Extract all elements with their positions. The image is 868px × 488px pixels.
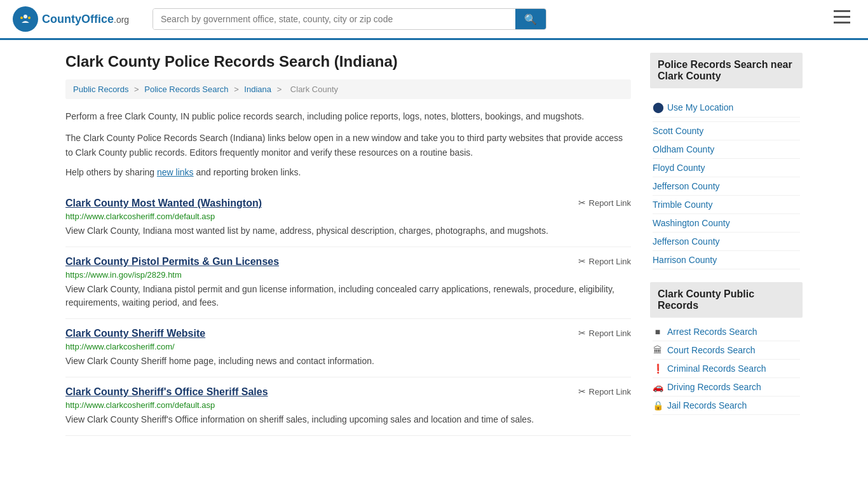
result-item-2: Clark County Sheriff Website ✂ Report Li… [65,319,631,377]
breadcrumb-public-records[interactable]: Public Records [73,85,128,94]
search-input[interactable] [153,9,515,29]
sidebar-records-list: ■ Arrest Records Search 🏛 Court Records … [650,323,803,415]
sidebar-records-header: Clark County Public Records [650,282,803,318]
result-title-2[interactable]: Clark County Sheriff Website [65,328,205,339]
result-desc-3: View Clark County Sheriff's Office infor… [65,413,631,426]
report-link-0[interactable]: ✂ Report Link [578,198,631,208]
result-desc-0: View Clark County, Indiana most wanted l… [65,224,631,238]
svg-point-1 [24,15,27,18]
breadcrumb: Public Records > Police Records Search >… [65,79,631,99]
jail-records-link[interactable]: Jail Records Search [667,400,747,410]
result-url-1[interactable]: https://www.in.gov/isp/2829.htm [65,270,631,280]
sidebar: Police Records Search near Clark County … [650,53,803,436]
sidebar-nearby-list: ⬤ Use My Location Scott County Oldham Co… [650,93,803,269]
sidebar-record-driving[interactable]: 🚗 Driving Records Search [653,378,800,396]
arrest-records-link[interactable]: Arrest Records Search [667,327,757,337]
sidebar-item-trimble[interactable]: Trimble County [653,196,800,214]
report-icon-1: ✂ [578,256,586,266]
result-url-3[interactable]: http://www.clarkcosheriff.com/default.as… [65,400,631,410]
sidebar-item-scott[interactable]: Scott County [653,122,800,140]
arrest-icon: ■ [653,327,663,337]
result-title-1[interactable]: Clark County Pistol Permits & Gun Licens… [65,256,279,268]
result-url-2[interactable]: http://www.clarkcosheriff.com/ [65,342,631,351]
report-icon-0: ✂ [578,198,586,208]
result-item-1: Clark County Pistol Permits & Gun Licens… [65,247,631,319]
description-2: The Clark County Police Records Search (… [65,131,631,159]
court-records-link[interactable]: Court Records Search [667,345,756,355]
site-header: CountyOffice.org 🔍 [0,0,868,40]
search-icon: 🔍 [524,14,537,25]
sidebar-use-location[interactable]: ⬤ Use My Location [653,93,800,122]
sidebar-record-criminal[interactable]: ❗ Criminal Records Search [653,360,800,378]
sidebar-nearby-header: Police Records Search near Clark County [650,53,803,88]
court-icon: 🏛 [653,345,663,355]
sidebar-nearby-section: Police Records Search near Clark County … [650,53,803,269]
svg-rect-6 [834,22,850,24]
results-list: Clark County Most Wanted (Washington) ✂ … [65,189,631,436]
hamburger-menu[interactable] [829,8,855,30]
sidebar-record-arrest[interactable]: ■ Arrest Records Search [653,323,800,341]
description-1: Perform a free Clark County, IN public p… [65,109,631,123]
new-links[interactable]: new links [157,167,194,177]
report-link-3[interactable]: ✂ Report Link [578,386,631,396]
report-link-1[interactable]: ✂ Report Link [578,256,631,266]
driving-records-link[interactable]: Driving Records Search [667,382,761,392]
result-desc-1: View Clark County, Indiana pistol permit… [65,283,631,309]
result-title-3[interactable]: Clark County Sheriff's Office Sheriff Sa… [65,386,268,398]
result-url-0[interactable]: http://www.clarkcosheriff.com/default.as… [65,212,631,221]
sidebar-item-harrison[interactable]: Harrison County [653,251,800,269]
sidebar-item-oldham[interactable]: Oldham County [653,140,800,159]
page-title: Clark County Police Records Search (Indi… [65,53,631,71]
logo-area: CountyOffice.org [13,6,140,32]
breadcrumb-police-records[interactable]: Police Records Search [144,85,228,94]
main-container: Clark County Police Records Search (Indi… [53,40,815,449]
breadcrumb-indiana[interactable]: Indiana [244,85,271,94]
report-icon-2: ✂ [578,328,586,338]
breadcrumb-clark-county: Clark County [290,85,338,94]
sidebar-item-jefferson1[interactable]: Jefferson County [653,177,800,196]
sidebar-records-section: Clark County Public Records ■ Arrest Rec… [650,282,803,415]
use-location-link[interactable]: Use My Location [667,102,733,112]
result-item-0: Clark County Most Wanted (Washington) ✂ … [65,189,631,247]
breadcrumb-sep-3: > [277,85,284,94]
svg-point-3 [28,17,31,19]
sidebar-item-jefferson2[interactable]: Jefferson County [653,233,800,251]
result-desc-2: View Clark County Sheriff home page, inc… [65,355,631,368]
sidebar-item-washington[interactable]: Washington County [653,214,800,233]
sidebar-item-floyd[interactable]: Floyd County [653,159,800,177]
report-icon-3: ✂ [578,386,586,396]
svg-rect-5 [834,16,850,18]
report-link-2[interactable]: ✂ Report Link [578,328,631,338]
breadcrumb-sep-1: > [134,85,141,94]
result-item-3: Clark County Sheriff's Office Sheriff Sa… [65,377,631,436]
svg-rect-4 [834,10,850,12]
criminal-records-link[interactable]: Criminal Records Search [667,363,766,374]
svg-point-2 [20,17,23,19]
sidebar-record-jail[interactable]: 🔒 Jail Records Search [653,396,800,415]
jail-icon: 🔒 [653,400,663,410]
logo-text: CountyOffice.org [42,13,129,26]
content-area: Clark County Police Records Search (Indi… [65,53,631,436]
search-button[interactable]: 🔍 [515,9,546,29]
help-text: Help others by sharing new links and rep… [65,167,631,177]
breadcrumb-sep-2: > [234,85,241,94]
location-dot-icon: ⬤ [653,101,664,113]
criminal-icon: ❗ [653,363,663,374]
logo-icon [13,6,38,32]
sidebar-record-court[interactable]: 🏛 Court Records Search [653,341,800,360]
result-title-0[interactable]: Clark County Most Wanted (Washington) [65,198,262,209]
search-bar: 🔍 [153,8,546,30]
driving-icon: 🚗 [653,382,663,392]
